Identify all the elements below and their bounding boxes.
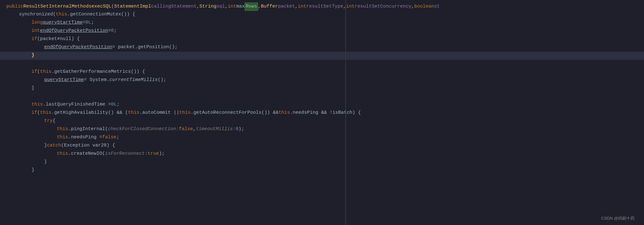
code-line-3: long queryStartTime = 0L ; bbox=[0, 19, 644, 27]
token: { bbox=[53, 117, 56, 125]
token: this bbox=[57, 134, 68, 141]
token: .getGatherPerformanceMetrics()) { bbox=[51, 68, 145, 76]
token: public bbox=[6, 3, 23, 10]
code-line-12 bbox=[0, 93, 644, 101]
token: (); bbox=[158, 76, 166, 84]
token: ); bbox=[238, 125, 244, 133]
token: ; bbox=[117, 101, 120, 108]
token: .lastQueryFinishedTime = bbox=[43, 101, 111, 108]
token: int bbox=[298, 3, 306, 10]
token: true bbox=[148, 150, 159, 158]
token: ≠ bbox=[57, 35, 60, 43]
token: execSQL bbox=[91, 3, 111, 10]
token: = bbox=[83, 19, 85, 26]
token: ; bbox=[114, 27, 117, 35]
token: false bbox=[102, 134, 116, 141]
token: if bbox=[32, 109, 37, 117]
token: .getConnectionMutex()) { bbox=[67, 11, 135, 18]
token: .pingInternal( bbox=[68, 125, 108, 133]
token: callingStatement bbox=[151, 3, 196, 10]
token: if bbox=[32, 35, 37, 43]
token: .needsPing && !isBatch) { bbox=[290, 109, 361, 117]
code-line-5: if (packet ≠ null) { bbox=[0, 35, 644, 43]
editor-divider bbox=[345, 0, 346, 225]
token: String bbox=[199, 3, 216, 10]
token: 0L bbox=[85, 19, 91, 26]
token: catch bbox=[47, 142, 61, 149]
token: resultSetType bbox=[306, 3, 343, 10]
token: } bbox=[32, 52, 34, 59]
token: = packet.getPosition(); bbox=[112, 43, 178, 51]
token: ( bbox=[37, 109, 40, 117]
token: resultSetConcurrency bbox=[354, 3, 411, 10]
token: this bbox=[56, 11, 67, 18]
token: timeoutMillis: bbox=[196, 125, 236, 133]
code-editor: public ResultSetInternalMethods execSQL … bbox=[0, 0, 644, 225]
token: ); bbox=[159, 150, 165, 158]
token: int bbox=[228, 3, 236, 10]
token: currentTimeMillis bbox=[109, 76, 158, 84]
code-line-1: public ResultSetInternalMethods execSQL … bbox=[0, 3, 644, 11]
token: } bbox=[44, 142, 47, 149]
code-line-14: if ( this .getHighAvailability() && ( th… bbox=[0, 109, 644, 117]
code-line-9: if ( this .getGatherPerformanceMetrics()… bbox=[0, 68, 644, 76]
token: , bbox=[295, 3, 298, 10]
token: ( bbox=[111, 3, 114, 10]
code-line-19: this .createNewIO( isForReconnect: true … bbox=[0, 150, 644, 158]
code-line-6: endOfQueryPacketPosition = packet.getPos… bbox=[0, 43, 644, 52]
token: } bbox=[32, 84, 34, 92]
watermark: CSDN @鸡刷十四 bbox=[601, 215, 635, 222]
token: .needsPing = bbox=[68, 134, 102, 141]
token: 0 bbox=[111, 27, 114, 35]
token-highlighted: Rows bbox=[245, 3, 258, 11]
token: endOfQueryPacketPosition bbox=[40, 27, 108, 35]
token: ResultSetInternalMethods bbox=[23, 3, 91, 10]
token: , bbox=[225, 3, 228, 10]
token: null) { bbox=[60, 35, 80, 43]
token: , bbox=[196, 3, 199, 10]
token: = bbox=[108, 27, 111, 35]
token: this bbox=[128, 109, 139, 117]
token: this bbox=[40, 68, 51, 76]
token: try bbox=[44, 117, 53, 125]
token: this bbox=[32, 101, 43, 108]
token: .getAutoReconnectForPools()) && bbox=[190, 109, 278, 117]
token: checkForClosedConnection: bbox=[108, 125, 179, 133]
token: this bbox=[278, 109, 290, 117]
token: .createNewIO( bbox=[68, 150, 105, 158]
token: , bbox=[193, 125, 196, 133]
token: ; bbox=[116, 134, 119, 141]
token: Buffer bbox=[261, 3, 278, 10]
token: .autoCommit || bbox=[139, 109, 179, 117]
token: max bbox=[236, 3, 245, 10]
code-line-7: } bbox=[0, 52, 644, 60]
token: synchronized( bbox=[19, 11, 56, 18]
code-line-15: try { bbox=[0, 117, 644, 125]
token: StatementImpl bbox=[114, 3, 151, 10]
code-line-13: this .lastQueryFinishedTime = 0L ; bbox=[0, 101, 644, 109]
token: sql bbox=[216, 3, 225, 10]
token: .getHighAvailability() && ( bbox=[51, 109, 128, 117]
token: packet bbox=[278, 3, 295, 10]
token: this bbox=[179, 109, 190, 117]
token: isForReconnect: bbox=[105, 150, 148, 158]
token: ( bbox=[37, 68, 40, 76]
token: } bbox=[44, 158, 47, 166]
token: this bbox=[40, 109, 51, 117]
token: } bbox=[32, 166, 34, 174]
code-line-8 bbox=[0, 60, 644, 68]
token: boolean bbox=[414, 3, 434, 10]
code-line-4: int endOfQueryPacketPosition = 0 ; bbox=[0, 27, 644, 35]
code-line-21: } bbox=[0, 166, 644, 175]
code-line-17: this .needsPing = false ; bbox=[0, 134, 644, 142]
token: queryStartTime bbox=[44, 76, 84, 84]
token: int bbox=[346, 3, 354, 10]
token: st bbox=[434, 3, 440, 10]
token: ; bbox=[91, 19, 94, 26]
code-line-10: queryStartTime = System. currentTimeMill… bbox=[0, 76, 644, 84]
code-line-11: } bbox=[0, 84, 644, 93]
token: (packet bbox=[37, 35, 57, 43]
code-line-20: } bbox=[0, 158, 644, 166]
token: queryStartTime bbox=[43, 19, 83, 26]
token: int bbox=[32, 27, 40, 35]
